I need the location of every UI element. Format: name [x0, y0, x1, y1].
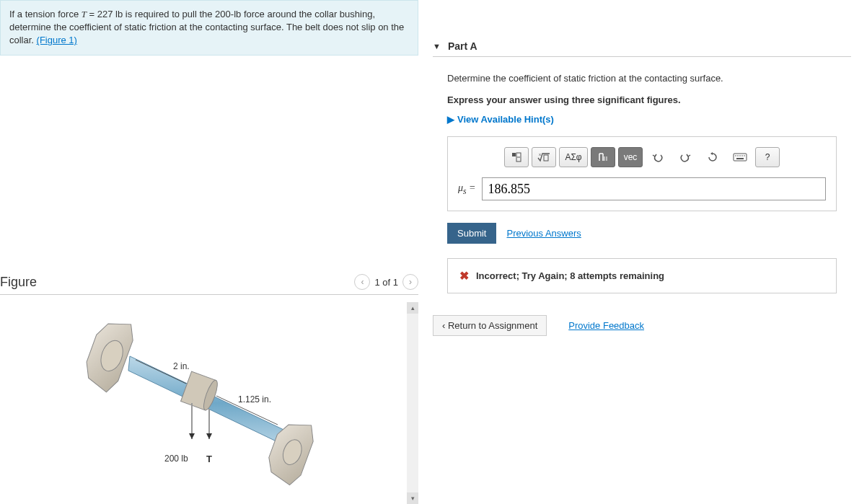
force-200lb: 200 lb: [164, 454, 188, 464]
svg-rect-12: [734, 154, 747, 161]
dim-1125in: 1.125 in.: [238, 394, 271, 404]
svg-point-13: [735, 155, 736, 156]
var-T: T: [82, 9, 87, 19]
figure-title: Figure: [0, 275, 37, 290]
figure-next-button[interactable]: ›: [402, 274, 418, 290]
figure-prev-button[interactable]: ‹: [354, 274, 370, 290]
scroll-down-button[interactable]: ▾: [407, 492, 418, 504]
sqrt-button[interactable]: x: [532, 147, 556, 167]
incorrect-icon: ✖: [459, 269, 469, 283]
svg-point-17: [744, 155, 745, 156]
figure-panel: Figure ‹ 1 of 1 ›: [0, 274, 418, 504]
svg-point-16: [741, 155, 743, 156]
figure-viewport: 2 in. 1.125 in. 200 lb T ▴ ▾: [0, 302, 418, 504]
part-a-header[interactable]: ▼ Part A: [433, 36, 851, 57]
figure-link[interactable]: (Figure 1): [37, 35, 77, 45]
equation-toolbar: x ΑΣφ vec ?: [458, 147, 826, 167]
answer-area: x ΑΣφ vec ? μs =: [447, 136, 837, 211]
figure-nav-label: 1 of 1: [374, 277, 398, 288]
view-hints-button[interactable]: ▶ View Available Hint(s): [447, 114, 837, 125]
answer-symbol: μs =: [458, 182, 476, 196]
dim-2in: 2 in.: [173, 361, 190, 371]
instruction-2: Express your answer using three signific…: [447, 93, 837, 107]
svg-point-14: [737, 155, 739, 156]
figure-diagram: 2 in. 1.125 in. 200 lb T: [65, 302, 353, 490]
svg-rect-7: [512, 153, 516, 156]
fraction-button[interactable]: [504, 147, 529, 167]
svg-rect-10: [544, 155, 548, 161]
feedback-message: ✖ Incorrect; Try Again; 8 attempts remai…: [447, 258, 837, 293]
previous-answers-link[interactable]: Previous Answers: [506, 228, 581, 239]
instruction-1: Determine the coefficient of static fric…: [447, 71, 837, 86]
part-a-title: Part A: [448, 40, 477, 52]
provide-feedback-link[interactable]: Provide Feedback: [568, 320, 644, 331]
feedback-text: Incorrect; Try Again; 8 attempts remaini…: [476, 270, 664, 281]
scroll-up-button[interactable]: ▴: [407, 302, 418, 314]
submit-button[interactable]: Submit: [447, 223, 496, 244]
answer-input[interactable]: [482, 177, 826, 200]
redo-button[interactable]: [673, 147, 697, 167]
chevron-left-icon: ‹: [442, 320, 448, 331]
tension-T: T: [206, 454, 212, 464]
vec-button[interactable]: vec: [618, 147, 643, 167]
caret-down-icon: ▼: [433, 42, 441, 50]
problem-text: If a tension force: [9, 9, 82, 19]
reset-button[interactable]: [700, 147, 725, 167]
caret-right-icon: ▶: [447, 114, 454, 125]
help-button[interactable]: ?: [755, 147, 780, 167]
greek-button[interactable]: ΑΣφ: [559, 147, 588, 167]
return-to-assignment-button[interactable]: ‹ Return to Assignment: [433, 315, 547, 336]
svg-text:x: x: [539, 152, 541, 156]
svg-point-15: [739, 155, 741, 156]
svg-rect-18: [736, 158, 744, 159]
figure-scrollbar[interactable]: ▴ ▾: [407, 302, 418, 504]
undo-button[interactable]: [646, 147, 670, 167]
keyboard-button[interactable]: [728, 147, 752, 167]
subscript-button[interactable]: [591, 147, 615, 167]
problem-statement: If a tension force T = 227 lb is require…: [0, 0, 418, 56]
